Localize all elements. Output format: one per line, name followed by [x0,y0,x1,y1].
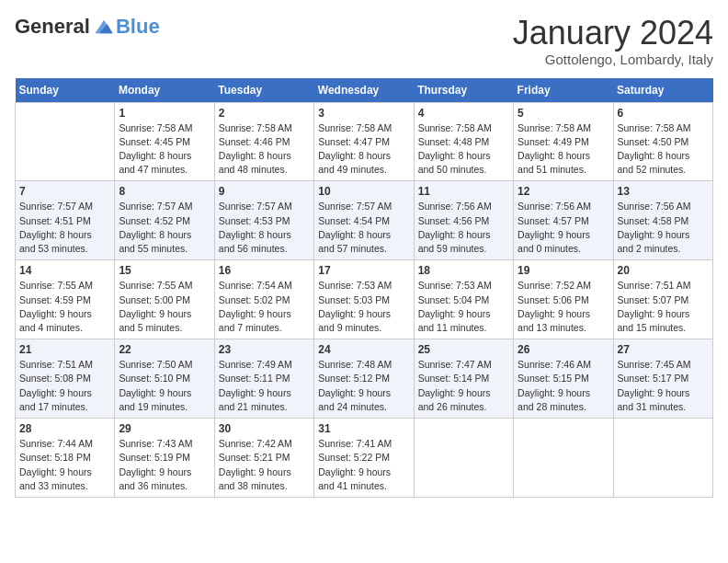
day-cell: 18Sunrise: 7:53 AMSunset: 5:04 PMDayligh… [414,260,513,339]
day-cell: 21Sunrise: 7:51 AMSunset: 5:08 PMDayligh… [16,339,115,419]
day-info: Sunrise: 7:55 AMSunset: 5:00 PMDaylight:… [119,279,210,335]
day-number: 30 [219,422,310,435]
day-number: 9 [219,185,310,198]
day-cell: 2Sunrise: 7:58 AMSunset: 4:46 PMDaylight… [214,102,313,181]
day-number: 18 [418,264,509,277]
day-number: 19 [518,264,609,277]
day-cell: 15Sunrise: 7:55 AMSunset: 5:00 PMDayligh… [115,260,214,339]
day-info: Sunrise: 7:44 AMSunset: 5:18 PMDaylight:… [19,437,110,493]
day-info: Sunrise: 7:58 AMSunset: 4:48 PMDaylight:… [418,121,509,178]
day-number: 24 [318,343,409,356]
day-info: Sunrise: 7:42 AMSunset: 5:21 PMDaylight:… [219,437,310,493]
logo-icon [94,17,114,37]
logo-general-text: General [15,15,90,39]
day-number: 6 [618,107,709,120]
weekday-header-sunday: Sunday [16,78,115,103]
day-cell: 12Sunrise: 7:56 AMSunset: 4:57 PMDayligh… [514,181,613,260]
day-info: Sunrise: 7:49 AMSunset: 5:11 PMDaylight:… [219,358,310,414]
day-info: Sunrise: 7:50 AMSunset: 5:10 PMDaylight:… [119,358,210,414]
day-number: 10 [318,185,409,198]
day-info: Sunrise: 7:56 AMSunset: 4:57 PMDaylight:… [518,200,609,256]
day-number: 4 [418,107,509,120]
page-header: General Blue January 2024 Gottolengo, Lo… [15,15,713,67]
weekday-header-wednesday: Wednesday [314,78,414,103]
day-info: Sunrise: 7:45 AMSunset: 5:17 PMDaylight:… [618,358,709,414]
day-cell: 6Sunrise: 7:58 AMSunset: 4:50 PMDaylight… [613,102,712,181]
day-number: 8 [119,185,210,198]
day-number: 13 [618,185,709,198]
day-cell: 7Sunrise: 7:57 AMSunset: 4:51 PMDaylight… [16,181,115,260]
day-number: 31 [318,422,409,435]
day-info: Sunrise: 7:43 AMSunset: 5:19 PMDaylight:… [119,437,210,493]
day-info: Sunrise: 7:53 AMSunset: 5:04 PMDaylight:… [418,279,509,335]
day-cell: 27Sunrise: 7:45 AMSunset: 5:17 PMDayligh… [613,339,712,419]
day-info: Sunrise: 7:51 AMSunset: 5:08 PMDaylight:… [19,358,110,414]
title-section: January 2024 Gottolengo, Lombardy, Italy [513,15,713,67]
day-number: 1 [119,107,210,120]
day-cell: 1Sunrise: 7:58 AMSunset: 4:45 PMDaylight… [115,102,214,181]
day-cell: 25Sunrise: 7:47 AMSunset: 5:14 PMDayligh… [414,339,513,419]
weekday-header-tuesday: Tuesday [214,78,313,103]
day-cell: 31Sunrise: 7:41 AMSunset: 5:22 PMDayligh… [314,419,414,498]
day-number: 3 [318,107,409,120]
week-row-1: 1Sunrise: 7:58 AMSunset: 4:45 PMDaylight… [16,102,713,181]
day-info: Sunrise: 7:56 AMSunset: 4:58 PMDaylight:… [618,200,709,256]
day-info: Sunrise: 7:58 AMSunset: 4:46 PMDaylight:… [219,121,310,178]
day-number: 5 [518,107,609,120]
day-number: 29 [119,422,210,435]
week-row-3: 14Sunrise: 7:55 AMSunset: 4:59 PMDayligh… [16,260,713,339]
day-info: Sunrise: 7:56 AMSunset: 4:56 PMDaylight:… [418,200,509,256]
day-number: 12 [518,185,609,198]
week-row-2: 7Sunrise: 7:57 AMSunset: 4:51 PMDaylight… [16,181,713,260]
day-number: 11 [418,185,509,198]
day-cell: 13Sunrise: 7:56 AMSunset: 4:58 PMDayligh… [613,181,712,260]
day-cell: 10Sunrise: 7:57 AMSunset: 4:54 PMDayligh… [314,181,414,260]
weekday-header-saturday: Saturday [613,78,712,103]
day-info: Sunrise: 7:58 AMSunset: 4:50 PMDaylight:… [618,121,709,178]
day-number: 27 [618,343,709,356]
day-cell: 8Sunrise: 7:57 AMSunset: 4:52 PMDaylight… [115,181,214,260]
day-info: Sunrise: 7:48 AMSunset: 5:12 PMDaylight:… [318,358,409,414]
day-info: Sunrise: 7:51 AMSunset: 5:07 PMDaylight:… [618,279,709,335]
day-cell [414,419,513,498]
day-info: Sunrise: 7:58 AMSunset: 4:45 PMDaylight:… [119,121,210,178]
day-info: Sunrise: 7:52 AMSunset: 5:06 PMDaylight:… [518,279,609,335]
day-info: Sunrise: 7:53 AMSunset: 5:03 PMDaylight:… [318,279,409,335]
day-number: 2 [219,107,310,120]
weekday-header-friday: Friday [514,78,613,103]
day-info: Sunrise: 7:54 AMSunset: 5:02 PMDaylight:… [219,279,310,335]
month-title: January 2024 [513,15,713,52]
day-cell: 19Sunrise: 7:52 AMSunset: 5:06 PMDayligh… [514,260,613,339]
calendar-table: SundayMondayTuesdayWednesdayThursdayFrid… [15,78,713,498]
day-number: 26 [518,343,609,356]
day-number: 21 [19,343,110,356]
day-cell: 30Sunrise: 7:42 AMSunset: 5:21 PMDayligh… [214,419,313,498]
day-info: Sunrise: 7:57 AMSunset: 4:51 PMDaylight:… [19,200,110,256]
day-info: Sunrise: 7:57 AMSunset: 4:54 PMDaylight:… [318,200,409,256]
day-cell [514,419,613,498]
day-cell: 28Sunrise: 7:44 AMSunset: 5:18 PMDayligh… [16,419,115,498]
day-number: 16 [219,264,310,277]
day-cell: 22Sunrise: 7:50 AMSunset: 5:10 PMDayligh… [115,339,214,419]
day-number: 22 [119,343,210,356]
day-number: 17 [318,264,409,277]
weekday-header-monday: Monday [115,78,214,103]
week-row-4: 21Sunrise: 7:51 AMSunset: 5:08 PMDayligh… [16,339,713,419]
location-title: Gottolengo, Lombardy, Italy [513,52,713,67]
day-cell: 14Sunrise: 7:55 AMSunset: 4:59 PMDayligh… [16,260,115,339]
day-cell: 17Sunrise: 7:53 AMSunset: 5:03 PMDayligh… [314,260,414,339]
day-cell [16,102,115,181]
day-number: 15 [119,264,210,277]
week-row-5: 28Sunrise: 7:44 AMSunset: 5:18 PMDayligh… [16,419,713,498]
day-cell: 16Sunrise: 7:54 AMSunset: 5:02 PMDayligh… [214,260,313,339]
day-info: Sunrise: 7:58 AMSunset: 4:47 PMDaylight:… [318,121,409,178]
day-cell: 11Sunrise: 7:56 AMSunset: 4:56 PMDayligh… [414,181,513,260]
day-number: 25 [418,343,509,356]
day-info: Sunrise: 7:58 AMSunset: 4:49 PMDaylight:… [518,121,609,178]
day-cell: 29Sunrise: 7:43 AMSunset: 5:19 PMDayligh… [115,419,214,498]
day-info: Sunrise: 7:41 AMSunset: 5:22 PMDaylight:… [318,437,409,493]
day-number: 20 [618,264,709,277]
day-cell: 4Sunrise: 7:58 AMSunset: 4:48 PMDaylight… [414,102,513,181]
day-cell: 9Sunrise: 7:57 AMSunset: 4:53 PMDaylight… [214,181,313,260]
day-info: Sunrise: 7:47 AMSunset: 5:14 PMDaylight:… [418,358,509,414]
